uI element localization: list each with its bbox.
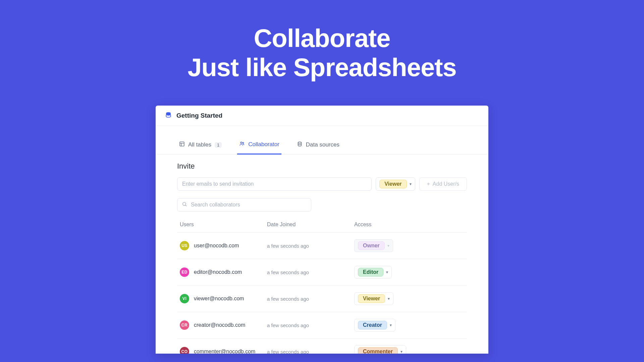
search-wrap xyxy=(177,198,311,212)
date-joined: a few seconds ago xyxy=(267,322,354,328)
table-row: VIviewer@nocodb.coma few seconds agoView… xyxy=(177,285,467,312)
invite-role-select[interactable]: Viewer ▾ xyxy=(376,177,415,191)
user-email: editor@nocodb.com xyxy=(194,269,242,275)
access-select[interactable]: Viewer▾ xyxy=(354,292,393,305)
table-icon xyxy=(179,141,185,148)
add-user-button[interactable]: + Add User/s xyxy=(419,177,467,191)
panel-header: Getting Started xyxy=(156,106,488,126)
people-icon xyxy=(239,141,245,148)
invite-heading: Invite xyxy=(177,162,467,171)
user-email: creator@nocodb.com xyxy=(194,322,245,328)
avatar: CO xyxy=(180,347,189,354)
datasource-icon xyxy=(297,141,303,148)
col-joined: Date Joined xyxy=(267,222,354,228)
table-header: Users Date Joined Access xyxy=(177,222,467,232)
chevron-down-icon: ▾ xyxy=(387,243,389,248)
svg-point-4 xyxy=(240,142,242,143)
tab-all-tables[interactable]: All tables 1 xyxy=(177,137,224,154)
role-pill: Viewer xyxy=(379,180,407,188)
content-area: Invite Viewer ▾ + Add User/s Users Date … xyxy=(156,155,488,354)
avatar: US xyxy=(180,241,189,250)
chevron-down-icon: ▾ xyxy=(388,296,390,301)
tabs: All tables 1 Collaborator Data sources xyxy=(156,137,488,155)
svg-point-5 xyxy=(243,142,244,143)
chevron-down-icon: ▾ xyxy=(400,349,402,354)
col-access: Access xyxy=(354,222,464,228)
svg-point-7 xyxy=(183,202,186,205)
access-select[interactable]: Commenter▾ xyxy=(354,345,406,354)
chevron-down-icon: ▾ xyxy=(410,182,412,186)
hero-line-1: Collaborate xyxy=(254,24,390,52)
date-joined: a few seconds ago xyxy=(267,296,354,302)
page-title: Getting Started xyxy=(176,112,222,119)
svg-line-8 xyxy=(185,205,186,206)
invite-row: Viewer ▾ + Add User/s xyxy=(177,177,467,191)
add-user-label: Add User/s xyxy=(433,181,459,187)
role-pill: Owner xyxy=(358,241,385,250)
svg-point-6 xyxy=(298,142,301,143)
user-email: user@nocodb.com xyxy=(194,243,239,249)
date-joined: a few seconds ago xyxy=(267,243,354,249)
collaborator-rows: USuser@nocodb.coma few seconds agoOwner▾… xyxy=(177,232,467,354)
avatar: VI xyxy=(180,294,189,303)
user-email: commenter@nocodb.com xyxy=(194,349,255,354)
invite-email-input[interactable] xyxy=(177,177,372,191)
tab-label: All tables xyxy=(188,141,211,148)
table-row: EDeditor@nocodb.coma few seconds agoEdit… xyxy=(177,259,467,285)
date-joined: a few seconds ago xyxy=(267,349,354,354)
role-pill: Creator xyxy=(358,321,387,329)
tab-label: Collaborator xyxy=(248,141,279,148)
table-row: CRcreator@nocodb.coma few seconds agoCre… xyxy=(177,312,467,338)
tab-count-badge: 1 xyxy=(215,142,222,148)
hero-title: Collaborate Just like Spreadsheets xyxy=(0,0,644,82)
app-panel: Getting Started All tables 1 Collaborato… xyxy=(156,106,488,354)
access-select[interactable]: Creator▾ xyxy=(354,319,395,331)
chevron-down-icon: ▾ xyxy=(390,323,392,327)
hero-line-2: Just like Spreadsheets xyxy=(187,53,457,81)
access-select[interactable]: Editor▾ xyxy=(354,266,392,279)
search-icon xyxy=(182,201,187,208)
search-input[interactable] xyxy=(177,198,311,212)
role-pill: Viewer xyxy=(358,294,385,303)
table-row: COcommenter@nocodb.coma few seconds agoC… xyxy=(177,338,467,354)
avatar: ED xyxy=(180,267,189,277)
role-pill: Commenter xyxy=(358,347,398,354)
access-select: Owner▾ xyxy=(354,239,393,252)
plus-icon: + xyxy=(427,181,430,187)
col-users: Users xyxy=(180,222,267,228)
user-email: viewer@nocodb.com xyxy=(194,296,244,302)
table-row: USuser@nocodb.coma few seconds agoOwner▾ xyxy=(177,232,467,259)
database-icon xyxy=(165,112,172,120)
chevron-down-icon: ▾ xyxy=(386,270,388,275)
tab-data-sources[interactable]: Data sources xyxy=(295,137,341,154)
tab-collaborator[interactable]: Collaborator xyxy=(237,137,281,155)
date-joined: a few seconds ago xyxy=(267,269,354,275)
role-pill: Editor xyxy=(358,268,383,277)
tab-label: Data sources xyxy=(306,141,339,148)
avatar: CR xyxy=(180,320,189,330)
svg-rect-1 xyxy=(180,142,184,146)
